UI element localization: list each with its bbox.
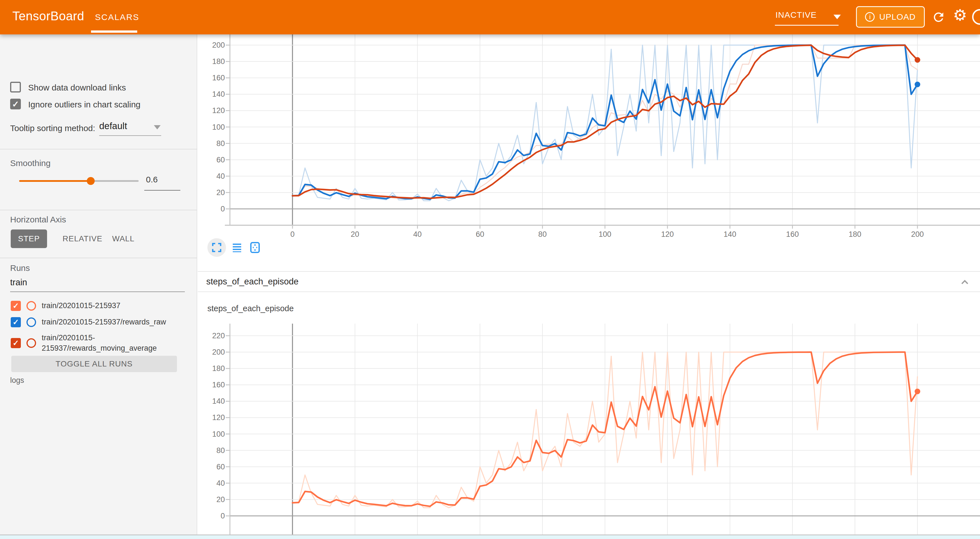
run-label: train/20201015-215937/rewards_moving_ave… xyxy=(42,333,195,354)
chevron-up-icon[interactable] xyxy=(960,277,970,287)
chevron-down-icon xyxy=(154,125,161,129)
run-row[interactable]: train/20201015-215937/rewards_moving_ave… xyxy=(11,333,195,354)
axis-option-wall[interactable]: WALL xyxy=(105,230,142,248)
svg-text:160: 160 xyxy=(212,381,225,389)
tensorboard-app: { "header": { "title": "TensorBoard", "t… xyxy=(0,0,980,539)
svg-text:180: 180 xyxy=(212,57,225,66)
smoothing-label: Smoothing xyxy=(10,158,51,168)
svg-text:100: 100 xyxy=(212,123,225,131)
svg-text:140: 140 xyxy=(212,90,225,98)
svg-text:120: 120 xyxy=(212,106,225,115)
app-title: TensorBoard xyxy=(13,9,84,23)
tab-active-underline xyxy=(91,30,137,33)
toggle-all-runs-button[interactable]: TOGGLE ALL RUNS xyxy=(11,356,177,372)
checkbox-icon[interactable] xyxy=(10,82,21,92)
svg-text:0: 0 xyxy=(221,205,225,213)
svg-text:20: 20 xyxy=(216,495,225,504)
app-header: TensorBoard SCALARS INACTIVE i UPLOAD ⚙ xyxy=(0,0,980,34)
svg-text:200: 200 xyxy=(212,348,225,356)
tooltip-sorting-value: default xyxy=(99,121,161,131)
svg-text:100: 100 xyxy=(212,430,225,439)
svg-text:120: 120 xyxy=(661,230,674,239)
svg-text:20: 20 xyxy=(351,230,359,239)
run-color-circle-icon[interactable] xyxy=(27,301,36,311)
svg-text:140: 140 xyxy=(212,397,225,405)
svg-text:80: 80 xyxy=(216,446,225,455)
section-header-steps-of-each-episode[interactable]: steps_of_each_episode xyxy=(198,271,980,292)
bottom-scroll-strip[interactable] xyxy=(0,534,980,539)
svg-text:80: 80 xyxy=(538,230,547,239)
section-title: steps_of_each_episode xyxy=(206,277,298,287)
status-dropdown[interactable]: INACTIVE xyxy=(775,10,816,20)
chart-card-title: steps_of_each_episode xyxy=(207,304,294,313)
svg-text:40: 40 xyxy=(216,172,225,180)
settings-gear-icon[interactable]: ⚙ xyxy=(953,7,967,23)
axis-option-relative[interactable]: RELATIVE xyxy=(55,230,110,248)
svg-text:40: 40 xyxy=(216,479,225,487)
svg-text:0: 0 xyxy=(290,230,294,239)
divider xyxy=(0,149,197,150)
svg-text:200: 200 xyxy=(911,230,924,239)
slider-fill xyxy=(19,180,91,182)
run-label: train/20201015-215937 xyxy=(42,300,195,311)
svg-text:120: 120 xyxy=(212,413,225,422)
svg-text:60: 60 xyxy=(476,230,484,239)
svg-text:200: 200 xyxy=(212,41,225,49)
run-row[interactable]: train/20201015-215937/rewards_raw xyxy=(11,317,195,327)
horizontal-axis-label: Horizontal Axis xyxy=(10,215,66,225)
upload-button[interactable]: i UPLOAD xyxy=(856,6,925,28)
svg-text:180: 180 xyxy=(849,230,861,239)
info-icon: i xyxy=(865,12,875,22)
upload-button-label: UPLOAD xyxy=(879,12,915,22)
svg-text:80: 80 xyxy=(216,139,225,148)
svg-text:40: 40 xyxy=(414,230,422,239)
help-icon[interactable] xyxy=(972,9,980,25)
smoothing-value-underline xyxy=(144,190,180,191)
fit-domain-icon[interactable] xyxy=(248,238,262,257)
rewards-chart[interactable]: 0204060801001201401601802000204060801001… xyxy=(197,34,980,243)
chart-toolbar xyxy=(207,238,262,258)
expand-icon[interactable] xyxy=(207,238,226,257)
svg-text:60: 60 xyxy=(216,462,225,471)
svg-text:160: 160 xyxy=(212,73,225,82)
svg-text:220: 220 xyxy=(212,332,225,340)
svg-text:0: 0 xyxy=(221,512,225,520)
log-scale-icon[interactable] xyxy=(230,238,244,257)
run-color-circle-icon[interactable] xyxy=(27,338,36,348)
runs-label: Runs xyxy=(10,263,30,273)
show-download-links-label: Show data download links xyxy=(28,83,126,92)
smoothing-value[interactable]: 0.6 xyxy=(146,175,158,184)
axis-option-step[interactable]: STEP xyxy=(11,230,47,248)
settings-sidebar: Show data download links Ignore outliers… xyxy=(0,34,197,534)
svg-text:160: 160 xyxy=(786,230,799,239)
run-checkbox-icon[interactable] xyxy=(11,301,21,311)
ignore-outliers-checkbox[interactable] xyxy=(10,99,21,109)
slider-thumb[interactable] xyxy=(87,177,95,185)
svg-text:180: 180 xyxy=(212,364,225,373)
smoothing-slider[interactable] xyxy=(19,180,138,182)
run-label: train/20201015-215937/rewards_raw xyxy=(42,317,195,327)
divider xyxy=(0,210,197,210)
run-color-circle-icon[interactable] xyxy=(27,317,36,327)
select-underline xyxy=(99,135,161,136)
checkbox-icon[interactable] xyxy=(10,99,21,109)
ignore-outliers-label: Ignore outliers in chart scaling xyxy=(28,100,141,109)
status-dropdown-underline xyxy=(775,25,838,26)
show-download-links-checkbox[interactable] xyxy=(10,82,21,92)
tooltip-sorting-label: Tooltip sorting method: xyxy=(10,123,95,133)
run-checkbox-icon[interactable] xyxy=(11,338,21,348)
svg-text:140: 140 xyxy=(724,230,736,239)
chevron-down-icon[interactable] xyxy=(834,15,841,19)
run-row[interactable]: train/20201015-215937 xyxy=(11,300,195,311)
run-filter-input[interactable] xyxy=(10,277,185,292)
divider xyxy=(0,258,197,258)
run-checkbox-icon[interactable] xyxy=(11,317,21,327)
svg-text:100: 100 xyxy=(598,230,611,239)
svg-text:20: 20 xyxy=(216,188,225,197)
steps-of-each-episode-chart[interactable]: 020406080100120140160180200220 xyxy=(197,319,980,534)
tooltip-sorting-select[interactable]: default xyxy=(99,121,161,136)
refresh-icon[interactable] xyxy=(932,10,946,24)
svg-text:60: 60 xyxy=(216,156,225,164)
logs-label: logs xyxy=(10,376,24,385)
tab-scalars[interactable]: SCALARS xyxy=(95,13,140,22)
